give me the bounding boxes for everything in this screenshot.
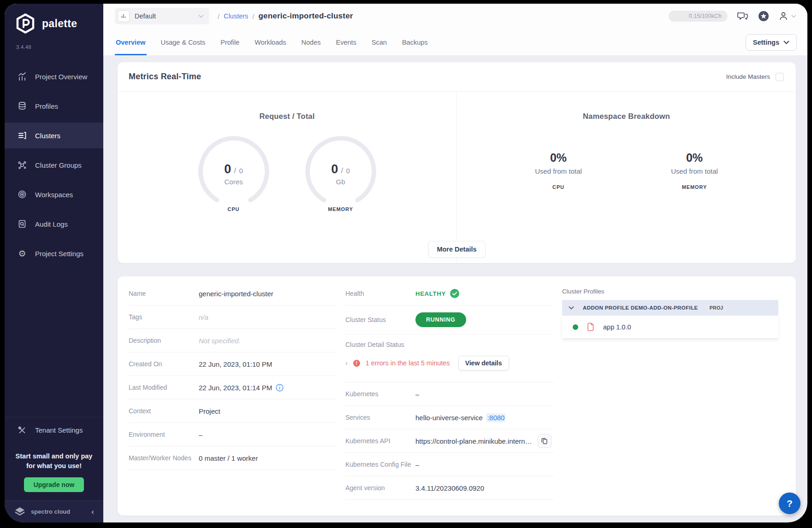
profile-pack-row[interactable]: app 1.0.0 (562, 316, 778, 339)
project-selector-value: Default (135, 12, 156, 20)
gauge-used: 0 (224, 162, 231, 176)
page-title: generic-imported-cluster (259, 12, 353, 21)
copy-icon[interactable] (538, 434, 551, 448)
include-masters-checkbox[interactable] (776, 73, 784, 81)
detail-row-last-modified: Last Modified 22 Jun, 2023, 01:14 PM (129, 376, 338, 399)
view-details-button[interactable]: View details (458, 356, 509, 370)
metrics-body: Request / Total 0 / (118, 92, 796, 263)
stat-value: 0% (550, 151, 567, 164)
gauge-caption: CPU (228, 206, 240, 212)
profiles-icon (17, 101, 27, 111)
chat-icon[interactable] (737, 11, 749, 21)
sidebar-item-label: Project Overview (35, 73, 87, 81)
gauge-unit: Cores (197, 178, 271, 186)
sidebar-item-audit-logs[interactable]: Audit Logs (5, 211, 103, 237)
info-icon[interactable] (276, 384, 284, 392)
detail-value: – (199, 431, 202, 439)
include-masters-label: Include Masters (726, 73, 770, 80)
detail-value: – (415, 461, 419, 469)
content-area: Metrics Real-Time Include Masters Reques… (103, 55, 807, 522)
breadcrumb-clusters-link[interactable]: Clusters (224, 12, 248, 20)
sidebar-item-profiles[interactable]: Profiles (5, 93, 103, 119)
gear-icon: ⚙ (17, 248, 27, 258)
tab-usage-costs[interactable]: Usage & Costs (160, 39, 207, 55)
namespace-cpu-stat: 0% Used from total CPU (519, 151, 598, 190)
stat-label: Used from total (671, 167, 718, 175)
upgrade-text-line1: Start small and only pay (12, 452, 96, 461)
profile-group-header[interactable]: ADDON PROFILE DEMO-ADD-ON-PROFILE PROJ (562, 300, 778, 316)
sidebar: palette 3.4.48 Project Overview (5, 4, 103, 522)
detail-label: Health (345, 290, 415, 297)
sidebar-item-project-overview[interactable]: Project Overview (5, 64, 103, 89)
namespace-title: Namespace Breakdown (583, 112, 670, 121)
service-port-link[interactable]: :8080 (486, 413, 506, 422)
tab-workloads[interactable]: Workloads (254, 39, 287, 55)
sidebar-item-clusters[interactable]: Clusters (5, 123, 103, 148)
brand-bar: spectro cloud ‹ (5, 500, 103, 522)
sidebar-item-label: Clusters (35, 132, 60, 140)
sidebar-item-workspaces[interactable]: Workspaces (5, 182, 103, 207)
detail-label: Last Modified (129, 384, 199, 391)
cluster-detail-status-block: Cluster Detail Status › ! 1 errors in th… (345, 334, 554, 382)
namespace-breakdown-section: Namespace Breakdown 0% Used from total C… (457, 92, 796, 263)
sidebar-item-label: Audit Logs (35, 220, 68, 228)
tab-scan[interactable]: Scan (371, 39, 388, 55)
clusters-icon (17, 130, 27, 141)
api-url: https://control-plane.minikube.intern… (415, 437, 532, 445)
details-middle-column: Health HEALTHY (345, 282, 554, 516)
tab-profile[interactable]: Profile (219, 39, 240, 55)
profile-group-label: ADDON PROFILE DEMO-ADD-ON-PROFILE (583, 305, 698, 311)
sidebar-item-tenant-settings[interactable]: Tenant Settings (5, 417, 103, 443)
user-menu[interactable] (778, 11, 796, 21)
palette-app: palette 3.4.48 Project Overview (5, 4, 807, 522)
detail-label: Kubernetes API (345, 437, 415, 445)
star-circle-icon[interactable] (758, 11, 769, 22)
gauge-value: 0 / 0 Gb (304, 162, 378, 186)
error-summary-row: › ! 1 errors in the last 5 minutes View … (345, 356, 554, 370)
cluster-groups-icon (17, 160, 27, 170)
cluster-details-card: Name generic-imported-cluster Tags n/a D… (118, 276, 796, 516)
sidebar-item-project-settings[interactable]: ⚙ Project Settings (5, 241, 103, 266)
sidebar-item-label: Project Settings (35, 250, 83, 258)
stat-label: Used from total (535, 167, 582, 175)
chevron-right-icon[interactable]: › (345, 359, 348, 367)
stat-caption: MEMORY (682, 184, 707, 190)
detail-label: Name (129, 290, 199, 297)
project-selector[interactable]: Default (115, 8, 209, 24)
detail-row-environment: Environment – (129, 423, 338, 446)
service-name: hello-universe-service (415, 414, 483, 422)
detail-row-tags: Tags n/a (129, 305, 338, 329)
cluster-profiles-title: Cluster Profiles (562, 288, 778, 295)
main-area: Default / Clusters / generic-imported-cl… (103, 4, 807, 522)
brand-header: palette (5, 4, 103, 34)
more-details-button[interactable]: More Details (428, 241, 485, 258)
cpu-gauge: 0 / 0 Cores CPU (197, 135, 271, 212)
sidebar-item-label: Workspaces (35, 191, 73, 199)
sidebar-bottom: Tenant Settings Start small and only pay… (5, 417, 103, 522)
tools-icon (17, 425, 27, 435)
tab-backups[interactable]: Backups (401, 39, 429, 55)
settings-button[interactable]: Settings (746, 34, 797, 51)
gauge-caption: MEMORY (328, 206, 353, 212)
tab-nodes[interactable]: Nodes (301, 39, 322, 55)
workspaces-icon (17, 189, 27, 199)
sidebar-item-label: Profiles (35, 102, 58, 110)
detail-label: Kubernetes (345, 390, 415, 398)
include-masters-control: Include Masters (726, 73, 784, 81)
app-name: palette (42, 18, 77, 30)
sidebar-nav: Project Overview Profiles (5, 64, 103, 270)
cluster-status-row: Cluster Status RUNNING (345, 305, 554, 334)
settings-button-label: Settings (753, 39, 779, 46)
detail-label: Context (129, 407, 199, 415)
help-button[interactable]: ? (779, 493, 800, 514)
upgrade-now-button[interactable]: Upgrade now (24, 477, 84, 492)
detail-label: Description (129, 337, 199, 344)
detail-label: Created On (129, 360, 199, 368)
tab-overview[interactable]: Overview (115, 39, 147, 55)
namespace-stats: 0% Used from total CPU 0% Used from tota… (519, 151, 734, 190)
sidebar-item-cluster-groups[interactable]: Cluster Groups (5, 152, 103, 178)
tabs-row: Overview Usage & Costs Profile Workloads… (103, 29, 807, 55)
upgrade-panel: Start small and only pay for what you us… (5, 447, 103, 500)
tab-events[interactable]: Events (335, 39, 357, 55)
collapse-sidebar-icon[interactable]: ‹ (91, 507, 94, 516)
